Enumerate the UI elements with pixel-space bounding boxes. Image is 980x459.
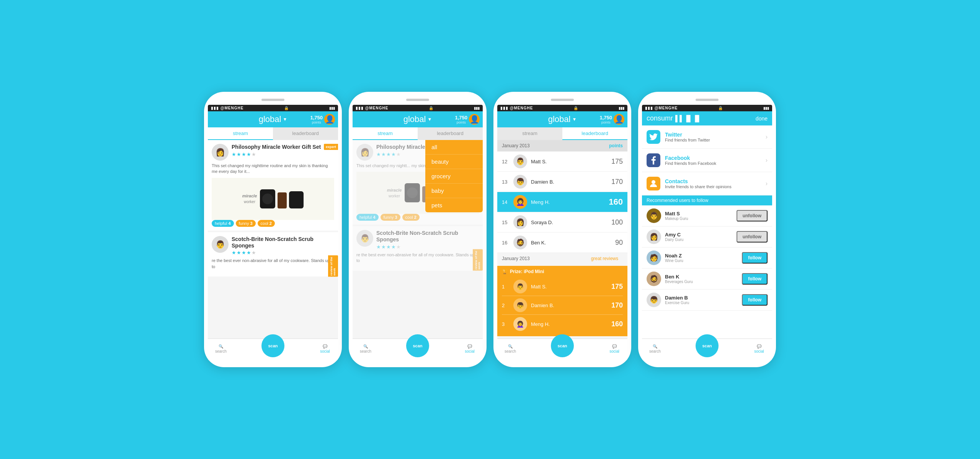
user-info-4-1: Amy C Dairy Guru — [665, 232, 733, 242]
tab-stream-2[interactable]: stream — [353, 127, 418, 140]
contacts-desc-4: Invite friends to share their opinions — [665, 184, 761, 189]
dropdown-item-grocery[interactable]: grocery — [425, 169, 483, 184]
battery-3: ▮▮▮ — [619, 106, 624, 110]
tab-leaderboard-2[interactable]: leaderboard — [418, 127, 483, 140]
user-name-4-1: Amy C — [665, 232, 733, 238]
battery-4: ▮▮▮ — [763, 106, 769, 110]
prize-rank-3-2: 3 — [502, 321, 510, 327]
dropdown-item-baby[interactable]: baby — [425, 184, 483, 198]
user-row-4-3: 🧔 Ben K Beverages Guru follow — [642, 269, 772, 290]
user-avatar-4-4: 👦 — [647, 293, 661, 307]
review-avatar-2-1: 👩 — [356, 144, 373, 161]
app-title-2: global — [403, 114, 426, 124]
follow-btn-4-0[interactable]: unfollow — [737, 210, 768, 221]
dropdown-arrow-2[interactable]: ▼ — [427, 117, 432, 122]
tag-funny-2-1[interactable]: funny 3 — [381, 214, 400, 221]
user-avatar-3[interactable]: 👤 — [614, 114, 624, 125]
tag-cool-1-1[interactable]: cool 2 — [258, 220, 275, 227]
leaderboard-section-3: January 2013 points 12 👨 Matt S. 175 13 … — [497, 140, 627, 253]
tab-stream-3[interactable]: stream — [497, 127, 562, 140]
dropdown-item-pets[interactable]: pets — [425, 198, 483, 212]
follow-btn-4-2[interactable]: follow — [742, 252, 768, 264]
review-title-1-1: Philosophy Miracle Worker Gift Set — [232, 144, 334, 150]
tag-helpful-2-1[interactable]: helpful 4 — [356, 214, 379, 221]
speaker-1 — [261, 99, 284, 101]
scan-button-2[interactable]: scan — [406, 334, 429, 357]
toolbar-item-social-1[interactable]: 💬 social — [312, 344, 338, 353]
done-button-4[interactable]: done — [756, 116, 768, 122]
toolbar-item-search-3[interactable]: 🔍 search — [497, 344, 523, 353]
social-icon-4: 💬 — [757, 344, 761, 348]
user-avatar-1[interactable]: 👤 — [324, 114, 335, 125]
toolbar-item-search-2[interactable]: 🔍 search — [353, 344, 379, 353]
follow-btn-4-4[interactable]: follow — [742, 294, 768, 306]
dropdown-item-all[interactable]: all — [425, 140, 483, 155]
dropdown-arrow-3[interactable]: ▼ — [572, 117, 577, 122]
social-item-contacts-4[interactable]: Contacts Invite friends to share their o… — [642, 172, 772, 195]
lock-icon-2: 🔒 — [429, 106, 433, 110]
social-item-twitter-4[interactable]: Twitter Find friends from Twitter › — [642, 125, 772, 149]
lock-icon-4: 🔒 — [718, 106, 723, 110]
user-name-4-4: Damien B — [665, 295, 738, 301]
user-role-4-0: Makeup Guru — [665, 216, 733, 221]
toolbar-item-search-4[interactable]: 🔍 search — [642, 344, 668, 353]
points-label-3: points — [601, 120, 611, 124]
expert-badge-1: expert — [324, 144, 338, 150]
great-reviews-3[interactable]: great reviews — [586, 254, 623, 263]
tab-leaderboard-3[interactable]: leaderboard — [562, 127, 627, 140]
user-avatar-2[interactable]: 👤 — [469, 114, 480, 125]
tab-leaderboard-1[interactable]: leaderboard — [273, 127, 338, 140]
dropdown-arrow-1[interactable]: ▼ — [283, 117, 287, 122]
tag-helpful-1-1[interactable]: helpful 4 — [212, 220, 234, 227]
tag-funny-1-1[interactable]: funny 3 — [236, 220, 256, 227]
prize-row-3-0: 1 👨 Matt S. 175 — [502, 277, 623, 296]
signal-2: ▮▮▮ @MENGHE — [356, 106, 388, 110]
tag-cool-2-1[interactable]: cool 2 — [402, 214, 420, 221]
follow-btn-4-1[interactable]: unfollow — [737, 231, 768, 243]
lb-name-3-4: Ben K. — [531, 240, 611, 246]
phone-3: ▮▮▮ @MENGHE 🔒 ▮▮▮ global ▼ 1,750 points … — [493, 92, 631, 367]
recommended-header-4: Recommended users to follow — [642, 195, 772, 205]
tab-stream-1[interactable]: stream — [208, 127, 273, 140]
user-row-4-2: 🧑 Noah Z Wine Guru follow — [642, 247, 772, 269]
toolbar-item-social-3[interactable]: 💬 social — [601, 344, 627, 353]
review-avatar-1-2: 👨 — [212, 236, 229, 253]
toolbar-item-social-4[interactable]: 💬 social — [746, 344, 772, 353]
twitter-bird-icon — [649, 133, 658, 140]
review-header-2-2: 👨 Scotch-Brite Non-Scratch Scrub Sponges… — [356, 230, 479, 250]
speaker-4 — [696, 99, 719, 101]
toolbar-item-social-2[interactable]: 💬 social — [457, 344, 483, 353]
review-title-2-2: Scotch-Brite Non-Scratch Scrub Sponges — [376, 230, 479, 243]
scan-button-1[interactable]: scan — [261, 334, 284, 357]
lb-name-3-2: Meng H. — [531, 199, 605, 205]
prize-row-3-2: 3 👩‍🦱 Meng H. 160 — [502, 315, 623, 333]
contacts-icon-4 — [647, 177, 660, 190]
prize-points-3-0: 175 — [611, 283, 623, 291]
speaker-3 — [551, 99, 574, 101]
prize-name-3-0: Matt S. — [531, 284, 608, 290]
leaderboard-header-3: January 2013 points — [497, 140, 627, 151]
follow-btn-4-3[interactable]: follow — [742, 273, 768, 285]
scan-button-3[interactable]: scan — [551, 334, 574, 357]
stars-1-2: ★ ★ ★ ★ ★ — [232, 250, 334, 256]
prize-avatar-3-1: 👦 — [513, 298, 527, 312]
lb-rank-3-0: 12 — [502, 159, 510, 164]
twitter-desc-4: Find friends from Twitter — [665, 138, 761, 142]
points-label-2: points — [457, 120, 466, 124]
app-header-3: global ▼ 1,750 points 👤 — [497, 111, 627, 127]
reaction-tags-2-1: helpful 4 funny 3 cool 2 — [356, 214, 479, 221]
social-item-facebook-4[interactable]: Facebook Find friends from Facebook › — [642, 149, 772, 172]
toolbar-item-search-1[interactable]: 🔍 search — [208, 344, 234, 353]
user-info-4-4: Damien B Exercise Guru — [665, 295, 738, 305]
signal-1: ▮▮▮ @MENGHE — [211, 106, 243, 110]
scan-button-4[interactable]: scan — [696, 334, 719, 357]
dropdown-item-beauty[interactable]: beauty — [425, 155, 483, 169]
bottom-toolbar-3: scan 🔍 search ★ rate 💬 social — [497, 339, 627, 360]
review-card-2-2: review of the week 👨 Scotch-Brite Non-Sc… — [353, 226, 483, 270]
phone-4: ▮▮▮ @MENGHE 🔒 ▮▮▮ consumr ▌▌▐▌▐▌ done — [638, 92, 776, 367]
review-info-1-1: Philosophy Miracle Worker Gift Set ★ ★ ★… — [232, 144, 334, 161]
review-week-badge-1: review of the week — [328, 255, 338, 277]
avatar-face-2: 👤 — [469, 114, 480, 125]
category-dropdown-2[interactable]: all beauty grocery baby pets — [425, 140, 483, 212]
barcode-icon-4: ▌▌▐▌▐▌ — [675, 115, 701, 122]
